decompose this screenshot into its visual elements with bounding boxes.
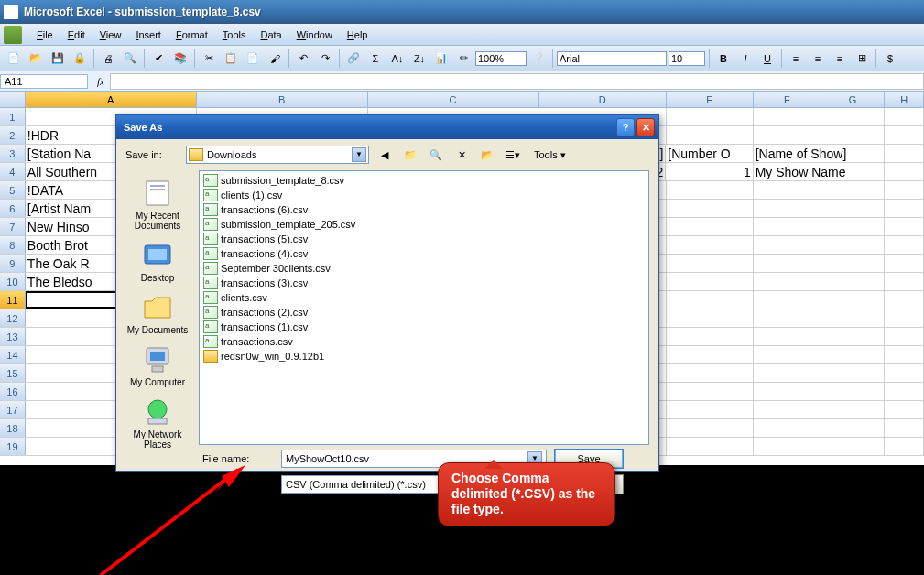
search-web-icon[interactable]: 🔍 — [426, 145, 446, 165]
hyperlink-icon[interactable]: 🔗 — [343, 49, 364, 69]
formula-input[interactable] — [110, 73, 924, 90]
cell-E17[interactable] — [667, 401, 754, 418]
file-item[interactable]: transactions (6).csv — [201, 202, 647, 217]
name-box[interactable] — [0, 74, 88, 89]
col-header-C[interactable]: C — [368, 92, 539, 107]
cell-E3[interactable]: [Number O — [666, 145, 753, 162]
cell-E1[interactable] — [667, 108, 754, 125]
cell-E7[interactable] — [667, 218, 754, 235]
redo-icon[interactable]: ↷ — [315, 49, 335, 69]
cell-G19[interactable] — [821, 438, 886, 455]
cell-F3[interactable]: [Name of Show] — [754, 145, 821, 162]
row-header-11[interactable]: 11 — [0, 291, 26, 309]
cell-H13[interactable] — [885, 328, 924, 345]
file-item[interactable]: clients (1).csv — [201, 188, 647, 202]
chart-icon[interactable]: 📊 — [431, 49, 451, 69]
file-item[interactable]: transactions (4).csv — [201, 246, 647, 261]
menu-format[interactable]: Format — [168, 27, 215, 42]
cell-E12[interactable] — [667, 309, 754, 327]
file-item[interactable]: transactions.csv — [201, 334, 647, 349]
cell-E6[interactable] — [667, 200, 754, 217]
file-item[interactable]: transactions (3).csv — [201, 276, 647, 290]
cell-F16[interactable] — [754, 383, 821, 400]
row-header-18[interactable]: 18 — [0, 419, 26, 437]
cell-G7[interactable] — [821, 218, 886, 235]
undo-icon[interactable]: ↶ — [293, 49, 313, 69]
open-icon[interactable]: 📂 — [26, 49, 46, 69]
row-header-12[interactable]: 12 — [0, 309, 26, 327]
dialog-titlebar[interactable]: Save As ? ✕ — [116, 115, 658, 139]
menu-tools[interactable]: Tools — [215, 27, 254, 42]
cell-F14[interactable] — [754, 346, 821, 363]
cell-H12[interactable] — [885, 309, 924, 327]
cut-icon[interactable]: ✂ — [199, 49, 219, 69]
cell-H15[interactable] — [885, 364, 924, 382]
col-header-F[interactable]: F — [754, 92, 821, 107]
cell-H8[interactable] — [885, 236, 924, 254]
cell-E5[interactable] — [667, 181, 754, 199]
cell-H9[interactable] — [885, 255, 924, 272]
file-item[interactable]: submission_template_205.csv — [201, 217, 647, 232]
cell-G9[interactable] — [821, 255, 886, 272]
new-icon[interactable]: 📄 — [4, 49, 24, 69]
menu-file[interactable]: File — [29, 27, 60, 42]
cell-H7[interactable] — [885, 218, 924, 235]
cell-H3[interactable] — [885, 145, 924, 162]
menu-edit[interactable]: Edit — [60, 27, 92, 42]
menu-view[interactable]: View — [92, 27, 129, 42]
cell-H1[interactable] — [885, 108, 924, 125]
cell-F13[interactable] — [754, 328, 821, 345]
col-header-G[interactable]: G — [821, 92, 886, 107]
copy-icon[interactable]: 📋 — [221, 49, 241, 69]
row-header-17[interactable]: 17 — [0, 401, 26, 418]
help-icon[interactable]: ❔ — [528, 49, 549, 69]
cell-G1[interactable] — [821, 108, 886, 125]
row-header-15[interactable]: 15 — [0, 364, 26, 382]
chevron-down-icon[interactable]: ▼ — [352, 147, 366, 162]
file-list[interactable]: submission_template_8.csvclients (1).csv… — [199, 170, 649, 445]
row-header-19[interactable]: 19 — [0, 438, 26, 455]
excel-doc-icon[interactable] — [4, 26, 22, 44]
cell-H11[interactable] — [885, 291, 924, 309]
row-header-4[interactable]: 4 — [0, 163, 26, 180]
sort-asc-icon[interactable]: A↓ — [387, 49, 408, 69]
dialog-help-button[interactable]: ? — [616, 118, 635, 136]
row-header-14[interactable]: 14 — [0, 346, 26, 363]
cell-H17[interactable] — [885, 401, 924, 418]
row-header-8[interactable]: 8 — [0, 236, 26, 254]
cell-E8[interactable] — [667, 236, 754, 254]
save-in-combo[interactable]: Downloads ▼ — [186, 146, 369, 164]
place-network[interactable]: My Network Places — [120, 393, 195, 453]
row-header-16[interactable]: 16 — [0, 383, 26, 400]
cell-G12[interactable] — [821, 309, 886, 327]
align-right-icon[interactable]: ≡ — [830, 49, 850, 69]
place-recent-documents[interactable]: My Recent Documents — [120, 174, 195, 234]
cell-G17[interactable] — [821, 401, 886, 418]
cell-H18[interactable] — [885, 419, 924, 437]
cell-E16[interactable] — [667, 383, 754, 400]
cell-G15[interactable] — [821, 364, 886, 382]
cell-F19[interactable] — [754, 438, 821, 455]
merge-icon[interactable]: ⊞ — [852, 49, 872, 69]
cell-G3[interactable] — [821, 145, 886, 162]
drawing-icon[interactable]: ✏ — [453, 49, 473, 69]
row-header-9[interactable]: 9 — [0, 255, 26, 272]
row-header-10[interactable]: 10 — [0, 273, 26, 290]
menu-help[interactable]: Help — [340, 27, 375, 42]
file-item[interactable]: transactions (5).csv — [201, 232, 647, 246]
currency-icon[interactable]: $ — [880, 49, 900, 69]
place-my-computer[interactable]: My Computer — [120, 341, 195, 391]
cell-E18[interactable] — [667, 419, 754, 437]
cell-F1[interactable] — [754, 108, 821, 125]
cell-F11[interactable] — [754, 291, 821, 309]
cell-H16[interactable] — [885, 383, 924, 400]
cell-G5[interactable] — [821, 181, 886, 199]
delete-icon[interactable]: ✕ — [451, 145, 472, 165]
align-left-icon[interactable]: ≡ — [786, 49, 806, 69]
menu-insert[interactable]: Insert — [128, 27, 168, 42]
print-icon[interactable]: 🖨 — [98, 49, 118, 69]
row-header-5[interactable]: 5 — [0, 181, 26, 199]
cell-H6[interactable] — [885, 200, 924, 217]
select-all-corner[interactable] — [0, 92, 26, 107]
file-item[interactable]: submission_template_8.csv — [201, 173, 647, 188]
